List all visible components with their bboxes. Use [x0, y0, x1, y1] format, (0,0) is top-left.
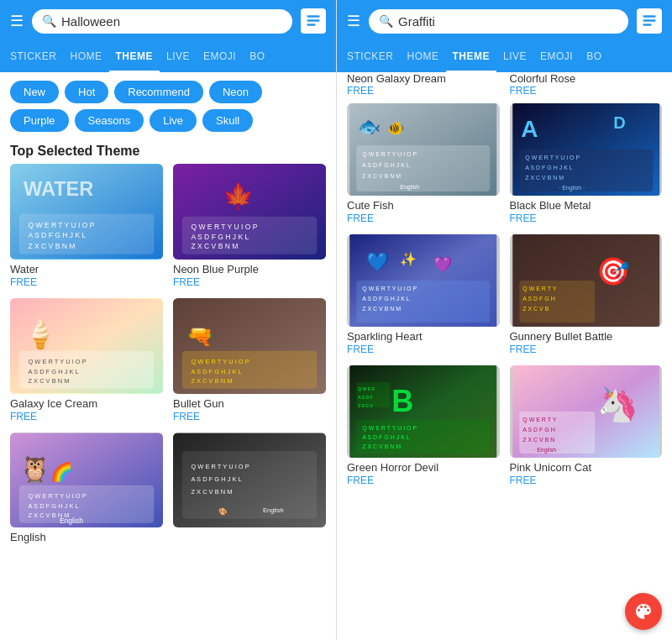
right-tab-bo[interactable]: BO	[580, 42, 608, 72]
svg-text:A S D F G H J K L: A S D F G H J K L	[362, 296, 410, 302]
svg-text:English: English	[400, 184, 419, 191]
svg-text:Z X C V B N M: Z X C V B N M	[191, 242, 238, 250]
left-profile-icon[interactable]	[301, 8, 326, 34]
svg-text:🍦: 🍦	[24, 318, 58, 350]
svg-text:A S D F G H J K L: A S D F G H J K L	[28, 231, 86, 239]
right-tab-live[interactable]: LIVE	[496, 42, 533, 72]
theme-item-galaxy[interactable]: 🍦 Q W E R T Y U I O P A S D F G H J K L …	[10, 298, 163, 422]
theme-item-neon[interactable]: 🍁 Q W E R T Y U I O P A S D F G H J K L …	[173, 164, 326, 288]
right-img-black-metal: A D Q W E R T Y U I O P A S D F G H J K …	[510, 103, 663, 196]
partial-item-neon-galaxy[interactable]: Neon Galaxy Dream FREE	[347, 72, 500, 97]
left-panel: ☰ 🔍 STICKER HOME THEME LIVE EMOJI BO New…	[0, 0, 336, 640]
right-theme-black-metal[interactable]: A D Q W E R T Y U I O P A S D F G H J K …	[510, 103, 663, 224]
chip-hot[interactable]: Hot	[65, 81, 108, 103]
theme-item-bullet[interactable]: 🔫 Q W E R T Y U I O P A S D F G H J K L …	[173, 298, 326, 422]
svg-text:A S D F G H: A S D F G H	[522, 427, 555, 433]
right-theme-sparkling[interactable]: 💙 ✨ 💜 Q W E R T Y U I O P A S D F G H J …	[347, 234, 500, 355]
svg-text:· English ·: · English ·	[559, 185, 585, 191]
theme-name-neon: Neon Blue Purple	[173, 263, 326, 275]
right-tab-theme[interactable]: THEME	[446, 42, 497, 72]
svg-text:A S D F G H J K L: A S D F G H J K L	[525, 165, 573, 170]
svg-text:A S D F G H J K L: A S D F G H J K L	[28, 501, 78, 509]
left-content: Q W E R T Y U I O P A S D F G H J K L Z …	[0, 164, 336, 640]
right-tab-emoji[interactable]: EMOJI	[533, 42, 580, 72]
left-tab-home[interactable]: HOME	[64, 42, 109, 72]
right-tab-sticker[interactable]: STICKER	[340, 42, 401, 72]
svg-text:A S D F G H J K L: A S D F G H J K L	[191, 367, 241, 375]
svg-text:English: English	[60, 516, 83, 524]
left-hamburger-icon[interactable]: ☰	[10, 12, 24, 30]
chip-skull[interactable]: Skull	[202, 109, 253, 132]
svg-text:🍁: 🍁	[223, 181, 255, 212]
right-theme-name-sparkling: Sparkling Heart	[347, 330, 500, 343]
svg-text:🌈: 🌈	[50, 461, 73, 483]
svg-text:Q W E R T Y: Q W E R T Y	[522, 417, 556, 423]
left-tab-emoji[interactable]: EMOJI	[197, 42, 243, 72]
partial-name-colorful-rose: Colorful Rose	[510, 72, 663, 85]
theme-item-dark[interactable]: Q W E R T Y U I O P A S D F G H J K L Z …	[173, 433, 326, 545]
svg-text:Z X C V B N M: Z X C V B N M	[362, 443, 401, 449]
right-tab-home[interactable]: HOME	[401, 42, 446, 72]
right-theme-green-horror[interactable]: B Q W E R A S D F Z X C V Q W E R T Y U …	[347, 365, 500, 486]
theme-grid: Q W E R T Y U I O P A S D F G H J K L Z …	[10, 164, 326, 544]
svg-text:🦄: 🦄	[596, 384, 638, 424]
chip-recommend[interactable]: Recommend	[114, 81, 203, 103]
right-theme-cute-fish[interactable]: 🐟 🐠 Q W E R T Y U I O P A S D F G H J K …	[347, 103, 500, 224]
svg-text:Q W E R T Y U I O P: Q W E R T Y U I O P	[362, 286, 417, 292]
left-tab-sticker[interactable]: STICKER	[3, 42, 64, 72]
chip-seasons[interactable]: Seasons	[75, 109, 144, 132]
palette-button[interactable]	[625, 593, 662, 630]
left-tab-theme[interactable]: THEME	[109, 42, 160, 72]
theme-price-water: FREE	[10, 276, 163, 288]
right-theme-name-gunnery: Gunnery Bullet Battle	[510, 330, 663, 343]
svg-text:Z X C V B N M: Z X C V B N M	[28, 377, 69, 385]
svg-text:✨: ✨	[400, 251, 417, 267]
right-panel-wrapper: 🐟 🐠 Q W E R T Y U I O P A S D F G H J K …	[337, 103, 672, 640]
svg-text:Z X C V B N M: Z X C V B N M	[191, 488, 232, 496]
chip-purple[interactable]: Purple	[10, 109, 69, 132]
left-tab-live[interactable]: LIVE	[160, 42, 197, 72]
chip-new[interactable]: New	[10, 81, 59, 103]
svg-text:🐟: 🐟	[358, 115, 381, 138]
svg-text:🎯: 🎯	[596, 255, 630, 287]
right-search-input[interactable]	[398, 14, 618, 29]
left-header: ☰ 🔍	[0, 0, 336, 42]
right-theme-pink-unicorn[interactable]: 🦄 Q W E R T Y A S D F G H Z X C V B N · …	[510, 365, 663, 486]
left-search-bar[interactable]: 🔍	[32, 9, 292, 34]
svg-text:A S D F G H J K L: A S D F G H J K L	[28, 367, 78, 375]
right-img-cute-fish: 🐟 🐠 Q W E R T Y U I O P A S D F G H J K …	[347, 103, 500, 196]
theme-price-galaxy: FREE	[10, 411, 163, 422]
svg-text:A: A	[521, 116, 538, 142]
chip-live[interactable]: Live	[150, 109, 197, 132]
svg-text:Z X C V B N M: Z X C V B N M	[525, 175, 564, 181]
right-search-icon: 🔍	[379, 14, 393, 28]
svg-text:Z X C V B N: Z X C V B N	[522, 437, 554, 443]
svg-text:💙: 💙	[366, 250, 390, 273]
left-tab-bo[interactable]: BO	[243, 42, 271, 72]
left-search-input[interactable]	[61, 14, 282, 29]
theme-name-galaxy: Galaxy Ice Cream	[10, 397, 163, 410]
svg-text:Q W E R T Y U I O P: Q W E R T Y U I O P	[191, 463, 249, 470]
svg-rect-1	[307, 19, 320, 22]
right-theme-gunnery[interactable]: 🎯 Q W E R T Y A S D F G H Z X C V B Gunn…	[510, 234, 663, 355]
theme-item-water[interactable]: Q W E R T Y U I O P A S D F G H J K L Z …	[10, 164, 163, 288]
theme-img-english: 🦉 🌈 Q W E R T Y U I O P A S D F G H J K …	[10, 433, 163, 528]
theme-item-english[interactable]: 🦉 🌈 Q W E R T Y U I O P A S D F G H J K …	[10, 433, 163, 545]
svg-text:Z X C V B N M: Z X C V B N M	[28, 242, 75, 250]
partial-item-colorful-rose[interactable]: Colorful Rose FREE	[510, 72, 663, 97]
right-profile-icon[interactable]	[637, 8, 662, 34]
svg-text:Q W E R T Y U I O P: Q W E R T Y U I O P	[362, 151, 417, 158]
svg-rect-36	[182, 451, 318, 518]
partial-price-colorful-rose: FREE	[510, 85, 663, 97]
svg-text:Q W E R T Y U I O P: Q W E R T Y U I O P	[362, 425, 417, 432]
right-search-bar[interactable]: 🔍	[369, 9, 628, 34]
right-hamburger-icon[interactable]: ☰	[347, 12, 360, 30]
svg-text:Q W E R T Y U I O P: Q W E R T Y U I O P	[191, 223, 257, 231]
svg-rect-43	[643, 19, 656, 22]
svg-text:Q W E R T Y U I O P: Q W E R T Y U I O P	[191, 358, 249, 365]
svg-text:Q W E R: Q W E R	[358, 386, 375, 391]
right-img-green-horror: B Q W E R A S D F Z X C V Q W E R T Y U …	[347, 365, 500, 458]
right-theme-price-black-metal: FREE	[510, 212, 663, 224]
svg-text:A S D F G H: A S D F G H	[522, 296, 555, 302]
chip-neon[interactable]: Neon	[209, 81, 262, 103]
